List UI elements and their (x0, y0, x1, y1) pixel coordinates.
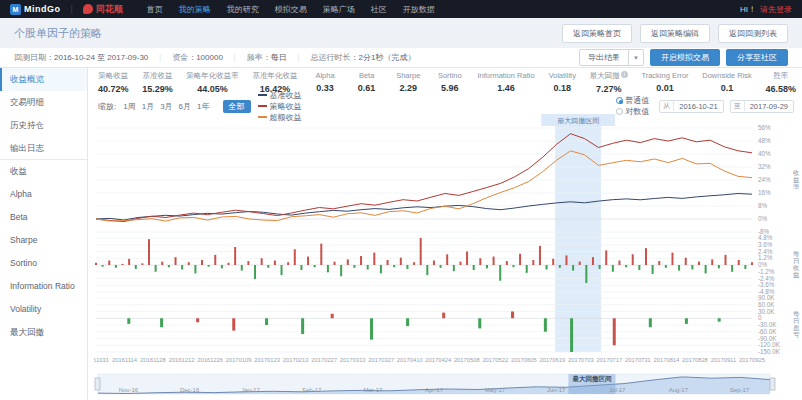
range-button-0[interactable]: 1周 (123, 102, 135, 111)
header-button-2[interactable]: 返回回测列表 (718, 24, 788, 43)
daily-return-bar (499, 265, 501, 281)
daily-return-bar (625, 265, 627, 267)
legend-item-0[interactable]: 基准收益 (258, 90, 302, 101)
metric-label: Tracking Error (641, 71, 688, 80)
metric-value: 40.72% (98, 84, 129, 94)
daily-return-bar (393, 265, 395, 267)
metric-label: Sortino (436, 71, 464, 80)
daily-pnl-bar (406, 318, 409, 326)
scale-radio-0[interactable]: 普通值 (616, 95, 649, 106)
share-to-community-button[interactable]: 分享至社区 (726, 49, 788, 66)
sidebar-item-0[interactable]: 收益概览 (0, 68, 87, 91)
range-button-3[interactable]: 6月 (179, 102, 191, 111)
daily-return-bar (168, 265, 170, 267)
navigator-month-label: May-17 (485, 387, 506, 393)
x-tick-label: 20170814 (654, 357, 681, 363)
info-separator: ｜ (295, 53, 303, 62)
nav-item-1[interactable]: 我的策略 (179, 4, 211, 15)
nav-item-3[interactable]: 模拟交易 (275, 4, 307, 15)
export-result-button[interactable]: 导出结果 (579, 49, 629, 66)
export-dropdown-caret[interactable]: ▼ (629, 49, 644, 66)
daily-return-bar (446, 254, 448, 265)
daily-return-bar (724, 255, 726, 265)
main-panel: 策略收益40.72%基准收益15.29%策略年化收益率44.05%基准年化收益1… (88, 68, 802, 400)
nav-item-5[interactable]: 社区 (371, 4, 387, 15)
start-sim-trade-button[interactable]: 开启模拟交易 (650, 49, 720, 66)
x-tick-label: 20170522 (482, 357, 508, 363)
navigator-left-handle[interactable] (95, 378, 100, 390)
metric-2: 策略年化收益率44.05% (186, 71, 239, 98)
metric-label: Information Ratio (477, 71, 534, 80)
navigator-month-label: Dec-16 (180, 387, 200, 393)
returns-chart[interactable]: 最大回撤区间56%48%40%32%24%16%8%0%-8%收益率4.8%3.… (94, 114, 802, 370)
main-menu: 首页我的策略我的研究模拟交易策略广场社区开放数据 (147, 4, 435, 15)
daily-return-bar (552, 259, 554, 265)
sidebar-item-8[interactable]: Sortino (0, 252, 87, 275)
date-to-input[interactable]: 至 2017-09-29 (730, 100, 794, 113)
range-button-1[interactable]: 1月 (142, 102, 154, 111)
legend-item-1[interactable]: 策略收益 (258, 101, 302, 112)
mindgo-brand[interactable]: M MindGo (10, 4, 61, 15)
navigator-right-handle[interactable] (770, 378, 775, 390)
metric-value: 7.27% (590, 84, 628, 94)
nav-item-4[interactable]: 策略广场 (323, 4, 355, 15)
daily-pnl-bar (649, 318, 652, 327)
ths-brand[interactable]: 同花顺 (83, 3, 123, 16)
navigator-band-label: 最大回撤区间 (571, 375, 612, 383)
sidebar-item-1[interactable]: 交易明细 (0, 91, 87, 114)
daily-return-bar (572, 265, 574, 271)
header-button-1[interactable]: 返回策略编辑 (640, 24, 710, 43)
sidebar-item-11[interactable]: 最大回撤 (0, 321, 87, 344)
daily-return-bar (698, 262, 700, 265)
daily-return-bar (565, 255, 567, 265)
sidebar-item-3[interactable]: 输出日志 (0, 137, 87, 160)
account-link[interactable]: 请先登录 (760, 4, 792, 15)
page-title: 个股单因子的策略 (14, 26, 102, 41)
range-all-button[interactable]: 全部 (223, 100, 251, 113)
sidebar-item-6[interactable]: Beta (0, 206, 87, 229)
daily-return-bar (400, 258, 402, 265)
info-icon[interactable]: i (621, 71, 628, 78)
daily-pnl-bar (718, 318, 721, 321)
metric-label: 策略收益 (98, 71, 129, 81)
daily-return-bar (592, 257, 594, 265)
nav-item-6[interactable]: 开放数据 (403, 4, 435, 15)
daily-return-bar (148, 239, 150, 265)
range-button-2[interactable]: 3月 (160, 102, 172, 111)
chart-navigator[interactable]: 最大回撤区间Nov-16Dec-16Jan-17Feb-17Mar-17Apr-… (94, 372, 802, 400)
y-tick-label: 24% (758, 176, 771, 183)
title-bar: 个股单因子的策略 返回策略首页返回策略编辑返回回测列表 (0, 18, 802, 48)
metric-label: 策略年化收益率 (186, 71, 239, 81)
daily-return-bar (353, 265, 355, 268)
daily-return-bar (234, 247, 236, 265)
range-button-4[interactable]: 1年 (197, 102, 209, 111)
nav-item-2[interactable]: 我的研究 (227, 4, 259, 15)
daily-return-bar (221, 265, 223, 268)
x-tick-label: 20170213 (283, 357, 309, 363)
sidebar-item-9[interactable]: Information Ratio (0, 275, 87, 298)
date-from-input[interactable]: 从 2016-10-21 (659, 100, 723, 113)
sidebar-item-10[interactable]: Volatility (0, 298, 87, 321)
navigator-month-label: Jan-17 (242, 387, 261, 393)
daily-return-bar (678, 265, 680, 271)
metric-label: 胜率 (765, 71, 796, 81)
daily-return-bar (493, 257, 495, 265)
metric-label: Downside Risk (702, 71, 752, 80)
sidebar-item-7[interactable]: Sharpe (0, 229, 87, 252)
legend-label: 策略收益 (270, 101, 302, 112)
metric-value: 44.05% (186, 84, 239, 94)
sidebar-item-4[interactable]: 收益 (0, 160, 87, 183)
backtest-info-fields: 回测日期：2016-10-24 至 2017-09-30｜资金：100000｜频… (14, 52, 415, 63)
navigator-svg: 最大回撤区间Nov-16Dec-16Jan-17Feb-17Mar-17Apr-… (94, 372, 800, 398)
sidebar-item-5[interactable]: Alpha (0, 183, 87, 206)
daily-return-bar (128, 259, 130, 265)
account-area: HI！ 请先登录 (740, 4, 792, 15)
sidebar-item-2[interactable]: 历史持仓 (0, 114, 87, 137)
x-tick-label: 20170109 (226, 357, 252, 363)
daily-return-bar (473, 265, 475, 270)
nav-item-0[interactable]: 首页 (147, 4, 163, 15)
metric-1: 基准收益15.29% (142, 71, 173, 98)
metric-0: 策略收益40.72% (98, 71, 129, 98)
header-button-0[interactable]: 返回策略首页 (562, 24, 632, 43)
daily-return-bar (599, 265, 601, 269)
